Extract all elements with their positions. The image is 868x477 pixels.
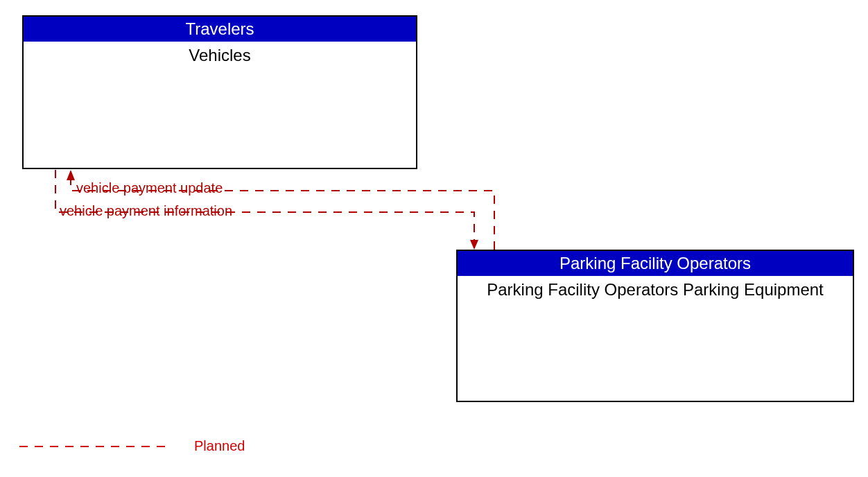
flow-label-lower: vehicle payment information [57,203,235,219]
legend-label-planned: Planned [194,438,245,454]
entity-parking-body: Parking Facility Operators Parking Equip… [458,276,853,304]
entity-travelers: Travelers Vehicles [22,15,417,169]
flow-label-upper: vehicle payment update [73,180,225,196]
entity-travelers-body: Vehicles [24,42,416,69]
arrow-head-lower [470,240,478,250]
arrow-head-upper [67,170,75,180]
entity-parking-header: Parking Facility Operators [458,251,853,276]
entity-travelers-header: Travelers [24,17,416,42]
entity-parking: Parking Facility Operators Parking Facil… [456,250,854,402]
